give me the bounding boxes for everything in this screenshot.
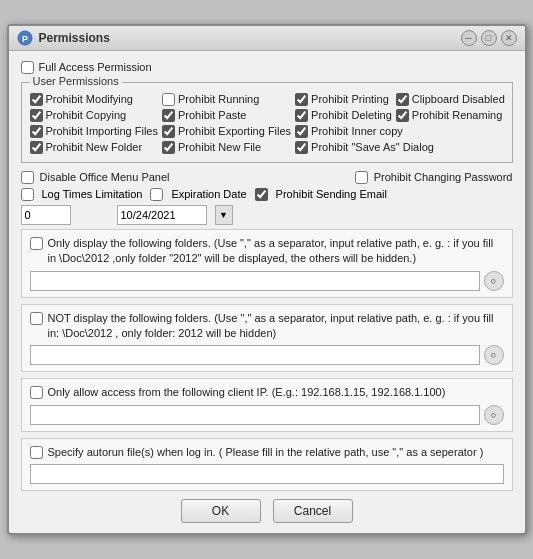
perm-prohibit-inner-copy-checkbox[interactable] <box>295 125 308 138</box>
disable-office-label: Disable Office Menu Panel <box>40 171 170 183</box>
svg-text:P: P <box>21 34 27 44</box>
date-picker-button[interactable]: ▼ <box>215 205 233 225</box>
prohibit-changing-password-label: Prohibit Changing Password <box>374 171 513 183</box>
folder-section-3-input-row: ○ <box>30 405 504 425</box>
close-button[interactable]: ✕ <box>501 30 517 46</box>
perm-prohibit-printing-checkbox[interactable] <box>295 93 308 106</box>
prohibit-sending-email-checkbox[interactable] <box>255 188 268 201</box>
title-bar-left: P Permissions <box>17 30 110 46</box>
perm-prohibit-paste: Prohibit Paste <box>162 109 291 122</box>
folder-section-2: NOT display the following folders. (Use … <box>21 304 513 373</box>
folder-section-3: Only allow access from the following cli… <box>21 378 513 431</box>
expiration-date-label: Expiration Date <box>171 188 246 200</box>
cancel-button[interactable]: Cancel <box>273 499 353 523</box>
dialog-buttons: OK Cancel <box>21 499 513 523</box>
folder-section-2-checkbox[interactable] <box>30 312 43 325</box>
perm-prohibit-new-folder-checkbox[interactable] <box>30 141 43 154</box>
prohibit-sending-email-label: Prohibit Sending Email <box>276 188 387 200</box>
log-times-label: Log Times Limitation <box>42 188 143 200</box>
full-access-label: Full Access Permission <box>39 61 152 73</box>
user-permissions-group: User Permissions Prohibit Modifying Proh… <box>21 82 513 163</box>
folder-section-1: Only display the following folders. (Use… <box>21 229 513 298</box>
folder-section-3-checkbox[interactable] <box>30 386 43 399</box>
permissions-dialog: P Permissions ─ □ ✕ Full Access Permissi… <box>7 24 527 535</box>
perm-prohibit-exporting: Prohibit Exporting Files <box>162 125 291 138</box>
office-password-row: Disable Office Menu Panel Prohibit Chang… <box>21 171 513 184</box>
minimize-button[interactable]: ─ <box>461 30 477 46</box>
log-value-row: ▼ <box>21 205 513 225</box>
folder-section-1-input-row: ○ <box>30 271 504 291</box>
perm-prohibit-renaming-checkbox[interactable] <box>396 109 409 122</box>
perm-prohibit-exporting-checkbox[interactable] <box>162 125 175 138</box>
perm-prohibit-importing: Prohibit Importing Files <box>30 125 159 138</box>
dialog-title: Permissions <box>39 31 110 45</box>
folder-section-1-desc: Only display the following folders. (Use… <box>30 236 504 267</box>
perm-prohibit-running-checkbox[interactable] <box>162 93 175 106</box>
full-access-row: Full Access Permission <box>21 61 513 74</box>
title-buttons: ─ □ ✕ <box>461 30 517 46</box>
ok-button[interactable]: OK <box>181 499 261 523</box>
perm-prohibit-save-as-checkbox[interactable] <box>295 141 308 154</box>
folder-section-2-input-row: ○ <box>30 345 504 365</box>
perm-prohibit-new-file: Prohibit New File <box>162 141 291 154</box>
perm-prohibit-modifying-checkbox[interactable] <box>30 93 43 106</box>
dialog-icon: P <box>17 30 33 46</box>
folder-section-2-button[interactable]: ○ <box>484 345 504 365</box>
perm-prohibit-new-folder: Prohibit New Folder <box>30 141 159 154</box>
perm-prohibit-save-as: Prohibit "Save As" Dialog <box>295 141 505 154</box>
folder-section-2-desc: NOT display the following folders. (Use … <box>30 311 504 342</box>
perm-prohibit-copying: Prohibit Copying <box>30 109 159 122</box>
folder-section-1-button[interactable]: ○ <box>484 271 504 291</box>
full-access-checkbox[interactable] <box>21 61 34 74</box>
perm-prohibit-paste-checkbox[interactable] <box>162 109 175 122</box>
folder-section-4-desc: Specify autorun file(s) when log in. ( P… <box>30 445 504 460</box>
perm-prohibit-new-file-checkbox[interactable] <box>162 141 175 154</box>
folder-section-3-button[interactable]: ○ <box>484 405 504 425</box>
log-expiration-row: Log Times Limitation Expiration Date Pro… <box>21 188 513 201</box>
log-times-checkbox[interactable] <box>21 188 34 201</box>
folder-section-4: Specify autorun file(s) when log in. ( P… <box>21 438 513 491</box>
perm-prohibit-deleting: Prohibit Deleting <box>295 109 392 122</box>
folder-section-4-checkbox[interactable] <box>30 446 43 459</box>
perm-prohibit-deleting-checkbox[interactable] <box>295 109 308 122</box>
folder-section-3-input[interactable] <box>30 405 480 425</box>
perm-prohibit-inner-copy: Prohibit Inner copy <box>295 125 505 138</box>
perm-clipboard-disabled: Clipboard Disabled <box>396 93 505 106</box>
folder-section-1-input[interactable] <box>30 271 480 291</box>
prohibit-changing-password-checkbox[interactable] <box>355 171 368 184</box>
disable-office-checkbox[interactable] <box>21 171 34 184</box>
folder-section-4-input-row <box>30 464 504 484</box>
folder-section-2-input[interactable] <box>30 345 480 365</box>
group-label: User Permissions <box>30 75 122 87</box>
perm-prohibit-renaming: Prohibit Renaming <box>396 109 505 122</box>
perm-prohibit-importing-checkbox[interactable] <box>30 125 43 138</box>
folder-section-1-checkbox[interactable] <box>30 237 43 250</box>
title-bar: P Permissions ─ □ ✕ <box>9 26 525 51</box>
expiration-date-checkbox[interactable] <box>150 188 163 201</box>
date-value-input[interactable] <box>117 205 207 225</box>
perm-prohibit-copying-checkbox[interactable] <box>30 109 43 122</box>
perm-prohibit-running: Prohibit Running <box>162 93 291 106</box>
permissions-grid: Prohibit Modifying Prohibit Running Proh… <box>30 93 504 154</box>
perm-prohibit-printing: Prohibit Printing <box>295 93 392 106</box>
maximize-button[interactable]: □ <box>481 30 497 46</box>
log-value-input[interactable] <box>21 205 71 225</box>
perm-clipboard-disabled-checkbox[interactable] <box>396 93 409 106</box>
folder-section-4-input[interactable] <box>30 464 504 484</box>
folder-section-3-desc: Only allow access from the following cli… <box>30 385 504 400</box>
perm-prohibit-modifying: Prohibit Modifying <box>30 93 159 106</box>
dialog-content: Full Access Permission User Permissions … <box>9 51 525 533</box>
